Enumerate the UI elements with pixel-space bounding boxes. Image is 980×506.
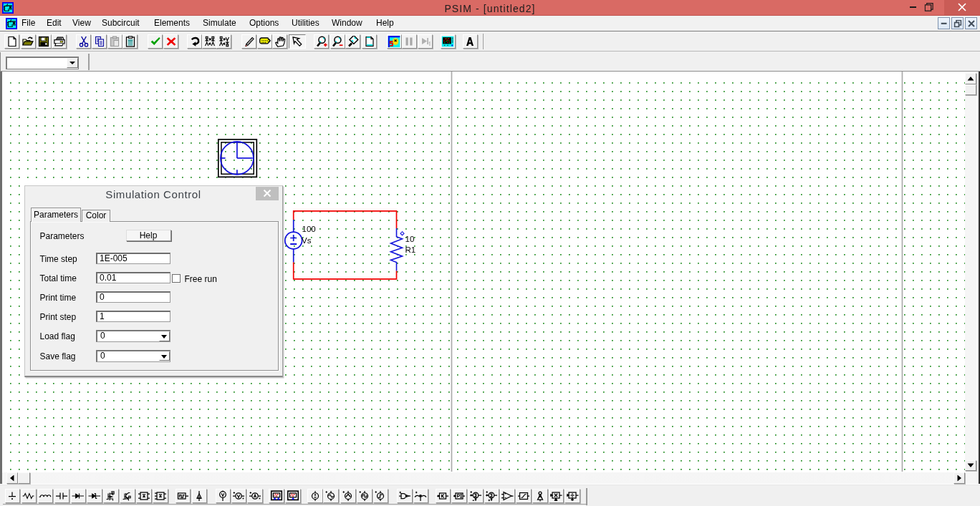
wire-people-cut-button[interactable] bbox=[216, 34, 231, 49]
dialog-close-button[interactable] bbox=[256, 187, 279, 201]
schematic-canvas[interactable]: 100Vs10R1 Simulation Control Parameters bbox=[0, 72, 980, 485]
mosfet-button[interactable] bbox=[103, 489, 119, 503]
print-step-input[interactable]: 1 bbox=[96, 311, 170, 322]
scroll-up-button[interactable] bbox=[965, 73, 976, 84]
menu-subcircuit[interactable]: Subcircuit bbox=[102, 18, 140, 28]
menu-edit[interactable]: Edit bbox=[47, 18, 62, 28]
triangle-source-button[interactable] bbox=[340, 489, 356, 503]
inductor-button[interactable] bbox=[38, 489, 54, 503]
save-flag-select-arrow[interactable] bbox=[159, 351, 170, 361]
ammeter-button[interactable] bbox=[247, 489, 263, 503]
comparator-button[interactable] bbox=[500, 489, 516, 503]
print-button[interactable] bbox=[52, 34, 67, 49]
fit-page-button[interactable] bbox=[362, 34, 377, 49]
menu-view[interactable]: View bbox=[72, 18, 91, 28]
run-simulation-button[interactable] bbox=[387, 34, 402, 49]
cancel-button[interactable] bbox=[163, 34, 178, 49]
pan-hand-button[interactable] bbox=[272, 34, 287, 49]
menu-options[interactable]: Options bbox=[249, 18, 279, 28]
vertical-scrollbar-track[interactable] bbox=[965, 73, 976, 472]
scope-1ch-button[interactable] bbox=[285, 489, 301, 503]
free-run-checkbox[interactable] bbox=[172, 274, 181, 283]
divider-button[interactable] bbox=[565, 489, 580, 503]
limiter-button[interactable] bbox=[516, 489, 532, 503]
summer-pp-button[interactable] bbox=[484, 489, 500, 503]
load-flag-select[interactable]: 0 bbox=[96, 330, 170, 342]
menu-window[interactable]: Window bbox=[332, 18, 362, 28]
wire-people-button[interactable] bbox=[202, 34, 217, 49]
menu-elements[interactable]: Elements bbox=[154, 18, 190, 28]
mdi-minimize-button[interactable] bbox=[938, 17, 950, 29]
menu-simulate[interactable]: Simulate bbox=[203, 18, 236, 28]
save-flag-select[interactable]: 0 bbox=[96, 350, 170, 362]
print-time-input[interactable]: 0 bbox=[96, 291, 170, 303]
close-button[interactable] bbox=[944, 0, 980, 15]
zener-vertical-button[interactable] bbox=[192, 489, 208, 503]
horizontal-scrollbar-thumb[interactable] bbox=[18, 472, 30, 484]
zoom-area-button[interactable] bbox=[345, 34, 360, 49]
run-simview-button[interactable] bbox=[441, 34, 456, 49]
sensor-button[interactable] bbox=[532, 489, 548, 503]
tab-color[interactable]: Color bbox=[82, 210, 110, 222]
label-button[interactable] bbox=[257, 34, 272, 49]
open-button[interactable] bbox=[21, 34, 36, 49]
mdi-close-button[interactable] bbox=[965, 17, 977, 29]
pi-controller-button[interactable] bbox=[451, 489, 467, 503]
gating-block-button[interactable] bbox=[176, 489, 191, 503]
draw-wire-button[interactable] bbox=[241, 34, 256, 49]
text-button[interactable] bbox=[463, 34, 478, 49]
resistor-button[interactable] bbox=[21, 489, 37, 503]
igbt-button[interactable] bbox=[120, 489, 135, 503]
vertical-scrollbar-thumb[interactable] bbox=[965, 84, 976, 95]
load-flag-select-arrow[interactable] bbox=[159, 331, 170, 341]
scroll-down-button[interactable] bbox=[965, 460, 976, 472]
capacitor-button[interactable] bbox=[54, 489, 70, 503]
ground-button[interactable] bbox=[5, 489, 21, 503]
tab-parameters[interactable]: Parameters bbox=[31, 208, 81, 222]
select-button[interactable] bbox=[289, 34, 306, 49]
step-source-button[interactable] bbox=[373, 489, 389, 503]
maximize-button[interactable] bbox=[914, 0, 944, 15]
diode-button[interactable] bbox=[71, 489, 87, 503]
voltmeter-button[interactable] bbox=[231, 489, 247, 503]
scope-2ch-button[interactable] bbox=[269, 489, 284, 503]
on-off-controller-button[interactable] bbox=[397, 489, 413, 503]
pause-button[interactable] bbox=[402, 34, 417, 49]
menu-bar: FileEditViewSubcircuitElementsSimulateOp… bbox=[0, 16, 980, 31]
check-button[interactable] bbox=[148, 34, 163, 49]
menu-help[interactable]: Help bbox=[376, 18, 394, 28]
zoom-combobox-arrow[interactable] bbox=[67, 58, 78, 69]
total-time-input[interactable]: 0.01 bbox=[96, 272, 170, 283]
node-dot-button[interactable] bbox=[413, 489, 429, 503]
step-button[interactable] bbox=[418, 34, 433, 49]
new-button[interactable] bbox=[4, 34, 19, 49]
help-button[interactable]: Help bbox=[126, 230, 171, 241]
multiplier-button[interactable] bbox=[549, 489, 565, 503]
square-source-button[interactable] bbox=[357, 489, 373, 503]
window-title: PSIM - [untitled2] bbox=[0, 3, 980, 14]
undo-button[interactable] bbox=[187, 34, 202, 49]
diode-module-button[interactable] bbox=[136, 489, 152, 503]
zener-button[interactable] bbox=[87, 489, 102, 503]
dc-source-button[interactable] bbox=[307, 489, 323, 503]
save-button[interactable] bbox=[37, 34, 52, 49]
copy-button[interactable] bbox=[92, 34, 107, 49]
horizontal-scrollbar-track[interactable] bbox=[2, 472, 977, 484]
mdi-restore-button[interactable] bbox=[951, 17, 964, 29]
voltage-probe-button[interactable] bbox=[216, 489, 231, 503]
thyristor-module-button[interactable] bbox=[153, 489, 168, 503]
summer-pm-button[interactable] bbox=[468, 489, 484, 503]
cut-button[interactable] bbox=[76, 34, 91, 49]
zoom-out-button[interactable] bbox=[330, 34, 345, 49]
zoom-in-button[interactable] bbox=[314, 34, 329, 49]
netlist-button[interactable] bbox=[123, 34, 138, 49]
paste-button[interactable] bbox=[107, 34, 123, 49]
scroll-left-button[interactable] bbox=[6, 472, 18, 484]
gain-button[interactable] bbox=[436, 489, 451, 503]
time-step-input[interactable]: 1E-005 bbox=[96, 253, 170, 264]
scroll-right-button[interactable] bbox=[953, 472, 965, 484]
zoom-combobox[interactable] bbox=[6, 57, 79, 70]
menu-utilities[interactable]: Utilities bbox=[292, 18, 320, 28]
sine-source-button[interactable] bbox=[323, 489, 339, 503]
menu-file[interactable]: File bbox=[21, 18, 35, 28]
